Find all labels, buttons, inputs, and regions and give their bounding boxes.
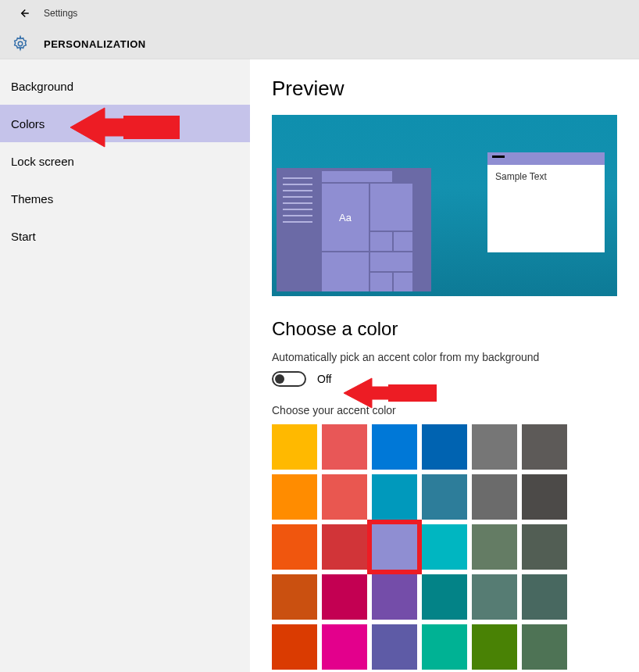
- accent-swatch[interactable]: [322, 474, 367, 520]
- accent-swatch[interactable]: [472, 574, 517, 620]
- preview-title: Preview: [272, 77, 620, 101]
- svg-point-0: [18, 41, 23, 46]
- accent-swatch[interactable]: [372, 474, 417, 520]
- accent-swatch[interactable]: [472, 524, 517, 570]
- sidebar-item-label: Background: [11, 80, 73, 93]
- accent-swatch[interactable]: [522, 524, 567, 570]
- preview-pane: Aa Sample Text: [272, 115, 617, 296]
- titlebar: Settings: [0, 0, 639, 22]
- back-arrow-icon[interactable]: [16, 5, 31, 21]
- accent-swatch[interactable]: [422, 574, 467, 620]
- accent-swatch[interactable]: [322, 574, 367, 620]
- auto-accent-toggle[interactable]: [272, 371, 306, 387]
- sidebar-item-start[interactable]: Start: [0, 217, 250, 255]
- sidebar-item-label: Colors: [11, 117, 45, 130]
- sidebar: Background Colors Lock screen Themes Sta…: [0, 59, 250, 672]
- accent-swatch[interactable]: [322, 524, 367, 570]
- sidebar-item-label: Start: [11, 230, 36, 243]
- accent-swatch[interactable]: [322, 624, 367, 670]
- preview-window: Sample Text: [487, 152, 605, 252]
- sidebar-item-colors[interactable]: Colors: [0, 105, 250, 142]
- accent-swatch[interactable]: [472, 424, 517, 470]
- accent-swatch[interactable]: [522, 474, 567, 520]
- category-row: PERSONALIZATION: [0, 22, 639, 59]
- accent-swatch[interactable]: [372, 624, 417, 670]
- accent-swatch[interactable]: [522, 574, 567, 620]
- auto-accent-toggle-row: Off: [272, 371, 620, 387]
- auto-accent-toggle-state: Off: [317, 373, 331, 385]
- accent-swatch[interactable]: [272, 574, 317, 620]
- preview-sample-text: Sample Text: [487, 165, 605, 188]
- accent-swatch[interactable]: [372, 524, 417, 570]
- accent-swatch[interactable]: [372, 424, 417, 470]
- accent-swatch[interactable]: [422, 524, 467, 570]
- accent-swatch[interactable]: [422, 424, 467, 470]
- sidebar-item-label: Lock screen: [11, 155, 74, 168]
- accent-swatch[interactable]: [372, 574, 417, 620]
- sidebar-item-themes[interactable]: Themes: [0, 180, 250, 217]
- accent-swatch[interactable]: [272, 474, 317, 520]
- app-title: Settings: [44, 8, 77, 19]
- header: Settings PERSONALIZATION: [0, 0, 639, 59]
- sidebar-item-background[interactable]: Background: [0, 67, 250, 105]
- accent-swatch[interactable]: [472, 624, 517, 670]
- accent-swatch[interactable]: [422, 474, 467, 520]
- accent-swatch[interactable]: [422, 624, 467, 670]
- content: Preview Aa Sample Text: [250, 59, 639, 672]
- accent-swatch[interactable]: [272, 624, 317, 670]
- auto-accent-label: Automatically pick an accent color from …: [272, 351, 620, 363]
- accent-swatch[interactable]: [472, 474, 517, 520]
- preview-tile-letters: Aa: [322, 184, 369, 251]
- accent-color-label: Choose your accent color: [272, 404, 620, 416]
- accent-swatch[interactable]: [522, 624, 567, 670]
- category-label: PERSONALIZATION: [44, 38, 146, 50]
- accent-color-grid: [272, 424, 620, 670]
- choose-color-title: Choose a color: [272, 318, 620, 340]
- gear-icon: [11, 34, 30, 53]
- preview-start-menu: Aa: [277, 168, 431, 291]
- sidebar-item-label: Themes: [11, 192, 53, 206]
- sidebar-item-lock-screen[interactable]: Lock screen: [0, 142, 250, 180]
- accent-swatch[interactable]: [322, 424, 367, 470]
- accent-swatch[interactable]: [272, 424, 317, 470]
- accent-swatch[interactable]: [272, 524, 317, 570]
- accent-swatch[interactable]: [522, 424, 567, 470]
